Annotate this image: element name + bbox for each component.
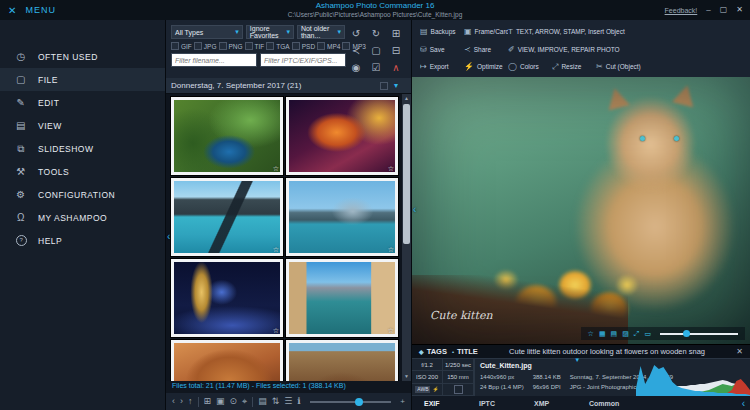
export-button[interactable]: ↦Export — [420, 59, 464, 74]
filetype-checkbox-tif[interactable]: TIF — [245, 42, 265, 50]
thumbnail-venice-canal[interactable]: ☆ — [286, 259, 398, 337]
optimize-button[interactable]: ⚡Optimize — [464, 59, 508, 74]
filetype-checkbox-psd[interactable]: PSD — [292, 42, 315, 50]
pdf-icon[interactable]: ∧ — [386, 59, 406, 76]
group-header[interactable]: Donnerstag, 7. September 2017 (21) ▾ — [166, 78, 411, 94]
thumbnail-peacock[interactable]: ☆ — [171, 97, 283, 175]
filetype-checkbox-tga[interactable]: TGA — [266, 42, 289, 50]
favorite-star-icon[interactable]: ☆ — [273, 327, 279, 334]
tab-xmp[interactable]: XMP — [534, 400, 589, 407]
menu-button[interactable]: MENU — [25, 5, 56, 15]
view-improve-repair-photo-button[interactable]: ✐VIEW, IMPROVE, REPAIR PHOTO — [508, 42, 620, 57]
redo-icon[interactable]: ↻ — [366, 25, 386, 42]
sort-icon[interactable]: ⇅ — [272, 397, 280, 406]
favorite-star-icon[interactable]: ☆ — [588, 330, 594, 337]
filetype-checkbox-png[interactable]: PNG — [219, 42, 243, 50]
nav-up-icon[interactable]: ↑ — [188, 397, 193, 406]
sidebar-item-often-used[interactable]: ◷OFTEN USED — [0, 45, 165, 68]
resize-button[interactable]: ⤢Resize — [552, 59, 596, 74]
scrollbar-thumb[interactable] — [403, 104, 410, 244]
feedback-link[interactable]: Feedback! — [665, 7, 698, 14]
maximize-button[interactable]: ▢ — [720, 6, 728, 14]
nav-forward-icon[interactable]: › — [180, 397, 183, 406]
tab-common[interactable]: Common — [589, 400, 644, 407]
share-icon[interactable]: ≺ — [346, 42, 366, 59]
scroll-up-icon[interactable]: ▲ — [402, 94, 411, 103]
fullscreen-icon[interactable]: ⤢ — [634, 330, 640, 337]
photo-preview[interactable]: Cute kitten ‹ ☆▦▤▨⤢▭ — [412, 77, 750, 344]
compare-mode-icon[interactable]: ▨ — [622, 330, 629, 337]
sidebar-item-help[interactable]: ?HELP — [0, 229, 165, 252]
favorites-dropdown[interactable]: Ignore Favorites▾ — [246, 25, 294, 39]
panel-collapse-icon[interactable]: ‹ — [413, 205, 416, 215]
sidebar-item-file[interactable]: ▢FILE — [0, 68, 165, 91]
zoom-icon[interactable]: ⌖ — [242, 397, 247, 406]
nav-back-icon[interactable]: ‹ — [172, 397, 175, 406]
monitor-icon[interactable]: ▭ — [644, 330, 651, 337]
sidebar-item-slideshow[interactable]: ⧉SLIDESHOW — [0, 137, 165, 160]
loupe-icon[interactable]: ⊙ — [230, 397, 238, 406]
thumbnail-antelope-canyon[interactable]: ☆ — [286, 97, 398, 175]
thumbnail-scrollbar[interactable]: ▲ ▼ — [402, 94, 411, 381]
zoom-in-icon[interactable]: + — [400, 397, 405, 406]
close-button[interactable]: ✕ — [736, 6, 743, 14]
filetype-checkbox-gif[interactable]: GIF — [171, 42, 192, 50]
menu-close-icon[interactable]: ✕ — [8, 5, 16, 16]
minimize-button[interactable]: – — [706, 6, 710, 14]
info-icon[interactable]: ℹ — [297, 397, 300, 406]
share-button[interactable]: ≺Share — [464, 42, 508, 57]
add-image-icon[interactable]: ⊞ — [386, 25, 406, 42]
new-file-icon[interactable]: ▢ — [366, 42, 386, 59]
save-button[interactable]: ⛁Save — [420, 42, 464, 57]
group-select-checkbox[interactable] — [380, 82, 388, 90]
photo-title-text[interactable]: Cute little kitten outdoor looking at fl… — [483, 347, 731, 356]
title-toggle[interactable]: • TITLE — [452, 347, 478, 356]
preview-zoom-thumb[interactable] — [683, 330, 690, 337]
thumbnail-size-slider[interactable] — [310, 401, 392, 403]
thumbnail-horseshoe-bend[interactable]: ☆ — [171, 340, 283, 381]
image-view-icon[interactable]: ▣ — [216, 397, 225, 406]
title-close-icon[interactable]: ✕ — [736, 347, 743, 356]
text-arrow-stamp-insert-object-button[interactable]: TTEXT, ARROW, STAMP, Insert Object — [508, 24, 625, 39]
filetype-checkbox-jpg[interactable]: JPG — [194, 42, 217, 50]
sidebar-item-edit[interactable]: ✎EDIT — [0, 91, 165, 114]
frame-card-button[interactable]: ▣Frame/Card — [464, 24, 508, 39]
colors-button[interactable]: ◯Colors — [508, 59, 552, 74]
thumbnail-vegas-paris[interactable]: ☆ — [171, 259, 283, 337]
tab-exif[interactable]: EXIF — [424, 400, 479, 407]
sidebar-item-tools[interactable]: ⚒TOOLS — [0, 160, 165, 183]
sidebar-item-my-ashampoo[interactable]: ΩMY ASHAMPOO — [0, 206, 165, 229]
tags-toggle[interactable]: ◆ TAGS — [419, 347, 447, 356]
favorite-star-icon[interactable]: ☆ — [388, 246, 394, 253]
filter-filename-input[interactable] — [171, 53, 257, 67]
filetype-checkbox-mp4[interactable]: MP4 — [317, 42, 340, 50]
cut-object-button[interactable]: ✂Cut (Object) — [596, 59, 641, 74]
thumbnail-city-skyline[interactable]: ☆ — [286, 178, 398, 256]
sidebar-item-configuration[interactable]: ⚙CONFIGURATION — [0, 183, 165, 206]
tab-iptc[interactable]: IPTC — [479, 400, 534, 407]
type-dropdown[interactable]: All Types▾ — [171, 25, 243, 39]
sidebar-collapse-icon[interactable]: ‹ — [167, 232, 170, 242]
thumbnails-mode-icon[interactable]: ▦ — [599, 330, 606, 337]
age-dropdown[interactable]: Not older than...▾ — [297, 25, 345, 39]
batch-edit-icon[interactable]: ☑ — [366, 59, 386, 76]
backups-button[interactable]: ▤Backups — [420, 24, 464, 39]
list-options-icon[interactable]: ☰ — [284, 397, 292, 406]
favorite-star-icon[interactable]: ☆ — [388, 165, 394, 172]
filmstrip-mode-icon[interactable]: ▤ — [611, 330, 618, 337]
group-collapse-icon[interactable]: ▾ — [394, 81, 398, 90]
print-icon[interactable]: ⊟ — [386, 42, 406, 59]
camera-import-icon[interactable]: ◉ — [346, 59, 366, 76]
grid-view-icon[interactable]: ⊞ — [204, 397, 212, 406]
thumbnail-street-market[interactable]: ☆ — [286, 340, 398, 381]
filter-iptc-input[interactable] — [260, 53, 346, 67]
favorite-star-icon[interactable]: ☆ — [273, 246, 279, 253]
favorite-star-icon[interactable]: ☆ — [273, 165, 279, 172]
favorite-star-icon[interactable]: ☆ — [388, 327, 394, 334]
slider-thumb[interactable] — [355, 398, 363, 406]
folder-view-icon[interactable]: ▤ — [258, 397, 267, 406]
sidebar-item-view[interactable]: ▤VIEW — [0, 114, 165, 137]
undo-icon[interactable]: ↺ — [346, 25, 366, 42]
thumbnail-railroad-bridge[interactable]: ☆ — [171, 178, 283, 256]
scroll-down-icon[interactable]: ▼ — [402, 372, 411, 381]
